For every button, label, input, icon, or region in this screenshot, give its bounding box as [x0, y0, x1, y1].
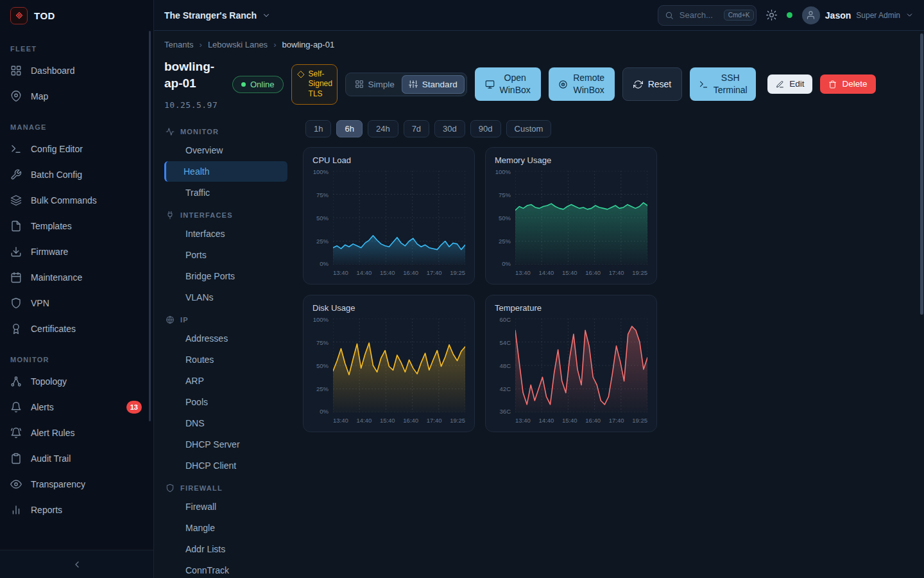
- subnav-item-health[interactable]: Health: [164, 161, 287, 182]
- y-axis: 100%75%50%25%0%: [495, 168, 515, 267]
- global-search[interactable]: Cmd+K: [658, 5, 757, 26]
- topbar-right: Cmd+K Jason Super Admin: [658, 5, 914, 26]
- theme-toggle-button[interactable]: [766, 10, 777, 21]
- tenant-selector[interactable]: The Stranger's Ranch: [164, 10, 271, 21]
- timerange-90d[interactable]: 90d: [470, 120, 501, 137]
- subnav-section-ip: IP AddressesRoutesARPPoolsDNSDHCP Server…: [164, 308, 287, 476]
- bell-ring-icon: [10, 427, 22, 439]
- subnav-item-addr-lists[interactable]: Addr Lists: [164, 539, 287, 559]
- x-tick: 17:40: [427, 269, 442, 276]
- logo[interactable]: TOD: [0, 0, 153, 31]
- subnav-item-routes[interactable]: Routes: [164, 349, 287, 370]
- sidebar-section-fleet: FLEET Dashboard Map: [0, 31, 153, 109]
- reset-button[interactable]: Reset: [622, 67, 683, 101]
- subnav-item-pools[interactable]: Pools: [164, 392, 287, 412]
- subnav-item-traffic[interactable]: Traffic: [164, 182, 287, 203]
- subnav-item-dns[interactable]: DNS: [164, 413, 287, 434]
- x-tick: 17:40: [609, 417, 624, 424]
- scrollbar-thumb[interactable]: [920, 33, 923, 315]
- subnav-item-dhcp-client[interactable]: DHCP Client: [164, 455, 287, 476]
- sidebar-item-firmware[interactable]: Firmware: [0, 239, 153, 265]
- subnav-item-dhcp-server[interactable]: DHCP Server: [164, 434, 287, 455]
- chart-title: Memory Usage: [495, 155, 647, 165]
- timerange-7d[interactable]: 7d: [404, 120, 429, 137]
- tenant-name: The Stranger's Ranch: [164, 10, 257, 21]
- sidebar-item-map[interactable]: Map: [0, 83, 153, 109]
- plot-area: [515, 319, 647, 412]
- sidebar-item-bulk-commands[interactable]: Bulk Commands: [0, 188, 153, 213]
- sidebar-item-transparency[interactable]: Transparency: [0, 471, 153, 497]
- sidebar-section-manage: MANAGE Config Editor Batch Config Bulk C…: [0, 109, 153, 342]
- chart-body: 100%75%50%25%0%: [312, 171, 465, 265]
- sidebar-item-batch-config[interactable]: Batch Config: [0, 162, 153, 188]
- user-icon: [806, 10, 816, 20]
- remote-winbox-button[interactable]: Remote WinBox: [549, 67, 615, 101]
- grid-icon: [355, 80, 364, 89]
- sidebar-scrollbar[interactable]: [149, 31, 151, 421]
- chevron-down-icon: [262, 11, 271, 20]
- activity-icon: [166, 127, 175, 136]
- alerts-count-badge: 13: [126, 401, 142, 414]
- sidebar-item-certificates[interactable]: Certificates: [0, 316, 153, 342]
- edit-button[interactable]: Edit: [767, 74, 812, 94]
- subnav-item-arp[interactable]: ARP: [164, 371, 287, 391]
- sidebar-item-templates[interactable]: Templates: [0, 213, 153, 239]
- avatar[interactable]: [802, 6, 820, 24]
- subnav-header-firewall: FIREWALL: [164, 477, 287, 496]
- y-tick: 25%: [312, 238, 329, 245]
- chart-body: 100%75%50%25%0%: [312, 319, 465, 412]
- file-icon: [10, 220, 22, 232]
- section-label: MONITOR: [0, 342, 153, 369]
- subnav-item-vlans[interactable]: VLANs: [164, 287, 287, 308]
- user-menu[interactable]: Jason Super Admin: [802, 6, 914, 24]
- timerange-30d[interactable]: 30d: [434, 120, 465, 137]
- search-icon: [665, 11, 674, 20]
- delete-button[interactable]: Delete: [820, 74, 875, 94]
- subnav-item-conntrack[interactable]: ConnTrack: [164, 560, 287, 578]
- sidebar: TOD FLEET Dashboard Map MANAGE Config Ed…: [0, 0, 154, 578]
- device-actions: Online Self-Signed TLS Simple Standard O…: [232, 64, 909, 105]
- search-input[interactable]: [678, 10, 719, 21]
- breadcrumb-item-tenants[interactable]: Tenants: [164, 40, 194, 49]
- timerange-6h[interactable]: 6h: [336, 120, 362, 137]
- ssh-terminal-button[interactable]: SSH Terminal: [690, 67, 756, 101]
- sidebar-nav: FLEET Dashboard Map MANAGE Config Editor…: [0, 31, 153, 550]
- download-icon: [10, 246, 22, 258]
- sidebar-item-alerts[interactable]: Alerts 13: [0, 394, 153, 420]
- subnav-item-bridge-ports[interactable]: Bridge Ports: [164, 266, 287, 286]
- sidebar-item-maintenance[interactable]: Maintenance: [0, 265, 153, 290]
- breadcrumb-item-lebowski-lanes[interactable]: Lebowski Lanes: [208, 40, 268, 49]
- certificate-warning-icon: [297, 69, 305, 78]
- y-tick: 60C: [495, 316, 511, 323]
- subnav-item-addresses[interactable]: Addresses: [164, 328, 287, 349]
- sidebar-item-topology[interactable]: Topology: [0, 369, 153, 394]
- user-role: Super Admin: [856, 11, 900, 20]
- timerange-1h[interactable]: 1h: [305, 120, 331, 137]
- subnav-item-interfaces[interactable]: Interfaces: [164, 223, 287, 244]
- page-scrollbar[interactable]: [920, 0, 923, 578]
- view-toggle-standard[interactable]: Standard: [402, 75, 465, 94]
- subnav-item-firewall[interactable]: Firewall: [164, 496, 287, 517]
- open-winbox-button[interactable]: Open WinBox: [475, 67, 541, 101]
- sidebar-item-alert-rules[interactable]: Alert Rules: [0, 420, 153, 446]
- terminal-icon: [699, 80, 708, 89]
- timerange-custom[interactable]: Custom: [506, 120, 552, 137]
- tod-logo-icon: [10, 7, 28, 24]
- trash-icon: [828, 80, 837, 89]
- view-toggle-simple[interactable]: Simple: [348, 75, 402, 94]
- sidebar-collapse-button[interactable]: [0, 550, 153, 578]
- sidebar-item-reports[interactable]: Reports: [0, 497, 153, 523]
- timerange-24h[interactable]: 24h: [368, 120, 398, 137]
- subnav-section-firewall: FIREWALL FirewallMangleAddr ListsConnTra…: [164, 477, 287, 578]
- subnav-item-mangle[interactable]: Mangle: [164, 518, 287, 538]
- grid-icon: [10, 65, 22, 76]
- sidebar-item-audit-trail[interactable]: Audit Trail: [0, 446, 153, 471]
- y-tick: 50%: [312, 215, 329, 222]
- subnav-item-ports[interactable]: Ports: [164, 245, 287, 265]
- sidebar-item-config-editor[interactable]: Config Editor: [0, 136, 153, 162]
- sidebar-item-dashboard[interactable]: Dashboard: [0, 58, 153, 83]
- subnav-item-overview[interactable]: Overview: [164, 140, 287, 161]
- x-axis: 13:4014:4015:4016:4017:4019:25: [515, 269, 647, 276]
- y-tick: 25%: [312, 385, 329, 392]
- sidebar-item-vpn[interactable]: VPN: [0, 290, 153, 316]
